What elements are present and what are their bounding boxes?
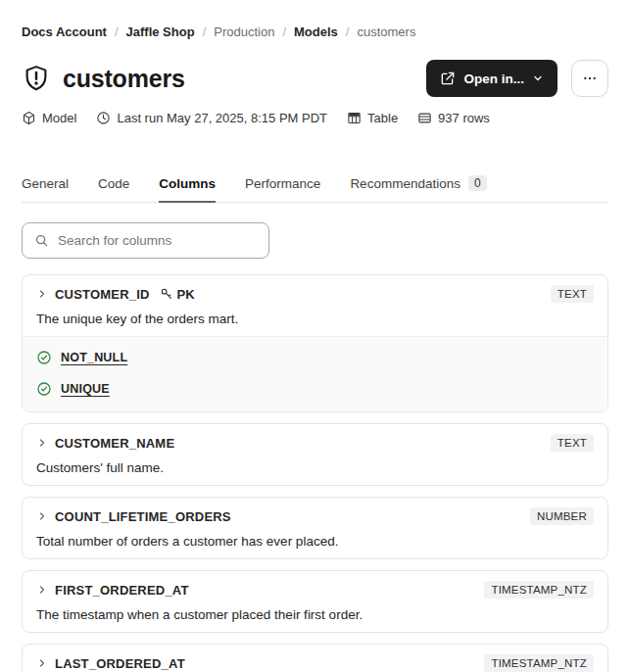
breadcrumb-models[interactable]: Models (294, 24, 338, 40)
chevron-down-icon (532, 72, 544, 84)
column-row[interactable]: COUNT_LIFETIME_ORDERS NUMBER (36, 507, 594, 525)
column-type-badge: TIMESTAMP_NTZ (484, 654, 594, 672)
table-icon (347, 111, 362, 125)
breadcrumb-production[interactable]: Production (214, 24, 274, 40)
breadcrumb: Docs Account / Jaffle Shop / Production … (22, 24, 608, 40)
pk-label: PK (177, 287, 195, 302)
tab-general-label: General (22, 176, 69, 191)
column-name: CUSTOMER_NAME (55, 436, 174, 451)
breadcrumb-docs-account[interactable]: Docs Account (22, 24, 107, 40)
column-description: Total number of orders a customer has ev… (36, 533, 594, 550)
test-link-unique[interactable]: UNIQUE (61, 382, 110, 396)
chevron-right-icon (36, 657, 48, 669)
primary-key-indicator: PK (160, 287, 195, 302)
meta-model: Model (22, 111, 76, 125)
tab-bar: General Code Columns Performance Recomme… (22, 175, 608, 203)
chevron-right-icon (36, 510, 48, 522)
open-in-button[interactable]: Open in... (426, 60, 557, 97)
key-icon (160, 287, 173, 301)
title-actions: Open in... (426, 60, 608, 97)
column-name: COUNT_LIFETIME_ORDERS (55, 509, 231, 524)
page-title: customers (63, 65, 185, 93)
column-card-customer-id: CUSTOMER_ID PK TEXT The unique key of (22, 274, 608, 412)
title-row: customers Open in... (22, 60, 608, 97)
tab-recommendations[interactable]: Recommendations 0 (350, 175, 486, 202)
column-type-badge: TIMESTAMP_NTZ (484, 581, 594, 599)
breadcrumb-separator: / (346, 24, 350, 40)
column-type-badge: NUMBER (530, 507, 594, 525)
search-input[interactable] (58, 233, 257, 248)
meta-row-count-label: 937 rows (438, 111, 490, 125)
test-row: UNIQUE (36, 381, 594, 397)
test-row: NOT_NULL (36, 350, 594, 365)
cube-icon (22, 111, 36, 125)
column-card-last-ordered-at: LAST_ORDERED_AT TIMESTAMP_NTZ The timest… (22, 644, 608, 672)
tab-performance[interactable]: Performance (245, 176, 320, 202)
search-box (22, 222, 269, 259)
ellipsis-icon (582, 71, 598, 86)
column-type-badge: TEXT (551, 285, 594, 303)
tab-recommendations-label: Recommendations (350, 176, 460, 191)
tab-columns[interactable]: Columns (159, 176, 216, 202)
tab-code[interactable]: Code (98, 176, 129, 202)
chevron-right-icon (36, 584, 48, 596)
clock-icon (96, 111, 111, 125)
column-name: CUSTOMER_ID (55, 287, 150, 302)
column-row[interactable]: FIRST_ORDERED_AT TIMESTAMP_NTZ (36, 581, 594, 599)
column-row[interactable]: CUSTOMER_NAME TEXT (36, 434, 594, 452)
column-description: Customers' full name. (36, 459, 594, 476)
breadcrumb-jaffle-shop[interactable]: Jaffle Shop (126, 24, 195, 40)
column-card-customer-name: CUSTOMER_NAME TEXT Customers' full name. (22, 423, 608, 486)
recommendations-count-badge: 0 (468, 175, 487, 191)
breadcrumb-separator: / (203, 24, 207, 40)
meta-row: Model Last run May 27, 2025, 8:15 PM PDT… (22, 111, 608, 125)
breadcrumb-customers: customers (357, 24, 415, 40)
more-options-button[interactable] (571, 60, 608, 97)
chevron-right-icon (36, 288, 48, 300)
model-detail-page: Docs Account / Jaffle Shop / Production … (0, 24, 630, 672)
meta-last-run-label: Last run May 27, 2025, 8:15 PM PDT (117, 111, 327, 125)
breadcrumb-separator: / (282, 24, 286, 40)
meta-last-run: Last run May 27, 2025, 8:15 PM PDT (96, 111, 327, 125)
check-circle-icon (36, 350, 52, 365)
tab-columns-label: Columns (159, 176, 216, 191)
tab-general[interactable]: General (22, 176, 69, 202)
column-name: FIRST_ORDERED_AT (55, 583, 189, 598)
column-card-count-lifetime-orders: COUNT_LIFETIME_ORDERS NUMBER Total numbe… (22, 497, 608, 559)
meta-materialization-label: Table (367, 111, 398, 125)
external-link-icon (440, 71, 456, 86)
tab-performance-label: Performance (245, 176, 320, 191)
check-circle-icon (36, 381, 52, 397)
column-card-main: LAST_ORDERED_AT TIMESTAMP_NTZ The timest… (23, 645, 607, 672)
column-type-badge: TEXT (551, 434, 594, 452)
title-group: customers (22, 64, 185, 93)
columns-list: CUSTOMER_ID PK TEXT The unique key of (22, 274, 608, 672)
search-icon (34, 233, 49, 248)
tab-code-label: Code (98, 176, 129, 191)
meta-model-label: Model (42, 111, 76, 125)
column-card-main: CUSTOMER_NAME TEXT Customers' full name. (23, 424, 607, 485)
meta-materialization: Table (347, 111, 398, 125)
column-card-main: CUSTOMER_ID PK TEXT The unique key of (23, 275, 607, 336)
column-description: The timestamp when a customer placed the… (36, 606, 594, 623)
column-name: LAST_ORDERED_AT (55, 656, 185, 671)
column-card-main: FIRST_ORDERED_AT TIMESTAMP_NTZ The times… (23, 571, 607, 632)
database-icon (417, 111, 432, 125)
column-description: The unique key of the orders mart. (36, 311, 594, 327)
column-row[interactable]: LAST_ORDERED_AT TIMESTAMP_NTZ (36, 654, 594, 672)
test-link-not-null[interactable]: NOT_NULL (61, 351, 127, 364)
column-tests-section: NOT_NULL UNIQUE (23, 336, 607, 411)
column-row[interactable]: CUSTOMER_ID PK TEXT (36, 285, 594, 303)
column-card-first-ordered-at: FIRST_ORDERED_AT TIMESTAMP_NTZ The times… (22, 570, 608, 633)
shield-exclamation-icon (22, 64, 51, 93)
meta-row-count: 937 rows (417, 111, 490, 125)
breadcrumb-separator: / (115, 24, 119, 40)
column-card-main: COUNT_LIFETIME_ORDERS NUMBER Total numbe… (23, 498, 607, 558)
chevron-right-icon (36, 437, 48, 449)
open-in-label: Open in... (463, 72, 524, 86)
